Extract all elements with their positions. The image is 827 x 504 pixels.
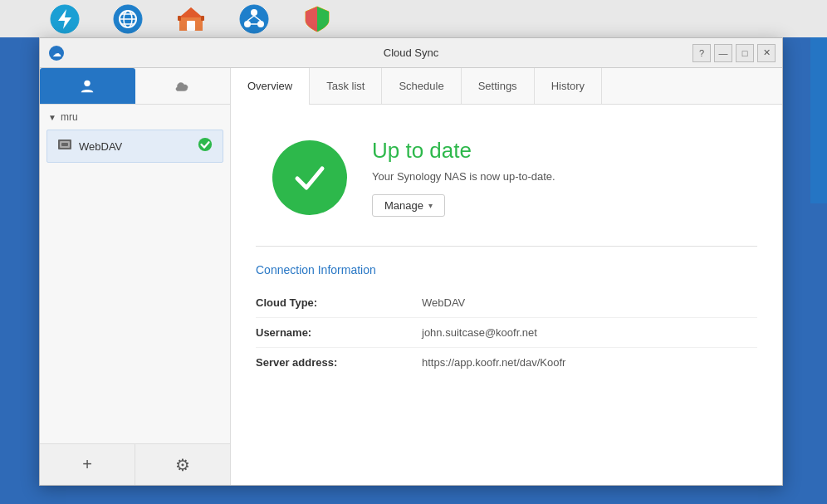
status-description: Your Synology NAS is now up-to-date. xyxy=(372,170,555,183)
help-button[interactable]: ? xyxy=(692,44,711,62)
status-info: Up to date Your Synology NAS is now up-t… xyxy=(372,138,555,217)
status-section: Up to date Your Synology NAS is now up-t… xyxy=(256,121,757,242)
sidebar-section-label: mru xyxy=(61,111,78,123)
sidebar-footer: + ⚙ xyxy=(40,443,230,485)
sidebar: ▼ mru WebDAV xyxy=(40,68,231,485)
connection-info: Connection Information Cloud Type: WebDA… xyxy=(256,263,757,377)
webdav-icon xyxy=(57,137,72,155)
minimize-button[interactable]: — xyxy=(714,44,732,62)
taskbar xyxy=(0,0,827,37)
svg-rect-12 xyxy=(201,16,204,21)
settings-button[interactable]: ⚙ xyxy=(135,444,230,485)
svg-rect-10 xyxy=(187,21,195,31)
content-panel: Overview Task list Schedule Settings His… xyxy=(231,68,782,485)
field-label-username: Username: xyxy=(256,318,422,348)
status-circle xyxy=(272,140,347,215)
connection-info-title: Connection Information xyxy=(256,263,757,276)
chevron-down-icon: ▼ xyxy=(48,113,56,122)
field-value-server: https://app.koofr.net/dav/Koofr xyxy=(422,348,757,378)
field-value-cloud-type: WebDAV xyxy=(422,288,757,318)
tab-history[interactable]: History xyxy=(535,68,602,104)
tab-overview[interactable]: Overview xyxy=(231,68,310,104)
tab-task-list[interactable]: Task list xyxy=(310,68,382,104)
titlebar-controls: ? — □ ✕ xyxy=(692,44,776,62)
svg-point-22 xyxy=(85,80,91,86)
table-row: Server address: https://app.koofr.net/da… xyxy=(256,348,757,378)
dropdown-arrow-icon: ▾ xyxy=(428,201,433,210)
sidebar-section-header[interactable]: ▼ mru xyxy=(40,105,230,130)
sidebar-tabs xyxy=(40,68,230,105)
svg-point-14 xyxy=(251,9,257,16)
home-icon[interactable] xyxy=(176,4,206,34)
svg-point-26 xyxy=(198,138,212,151)
sidebar-item-check xyxy=(198,137,213,155)
table-row: Cloud Type: WebDAV xyxy=(256,288,757,318)
field-label-server: Server address: xyxy=(256,348,422,378)
maximize-button[interactable]: □ xyxy=(736,44,754,62)
svg-rect-11 xyxy=(178,16,181,21)
main-window: ☁ Cloud Sync ? — □ ✕ xyxy=(39,37,783,486)
tab-settings[interactable]: Settings xyxy=(462,68,535,104)
shield-icon[interactable] xyxy=(302,4,332,34)
svg-marker-9 xyxy=(179,7,203,17)
network-icon[interactable] xyxy=(239,4,269,34)
table-row: Username: john.suitcase@koofr.net xyxy=(256,318,757,348)
sidebar-item-webdav[interactable]: WebDAV xyxy=(46,130,223,163)
sidebar-tab-user[interactable] xyxy=(40,68,135,104)
field-label-cloud-type: Cloud Type: xyxy=(256,288,422,318)
tab-schedule[interactable]: Schedule xyxy=(382,68,461,104)
lightning-icon[interactable] xyxy=(50,4,80,34)
close-button[interactable]: ✕ xyxy=(757,44,776,62)
status-title: Up to date xyxy=(372,138,555,164)
field-value-username: john.suitcase@koofr.net xyxy=(422,318,757,348)
divider xyxy=(256,246,757,247)
add-button[interactable]: + xyxy=(40,444,135,485)
manage-button[interactable]: Manage ▾ xyxy=(372,194,445,217)
sidebar-tab-cloud[interactable] xyxy=(135,68,231,104)
main-content: ▼ mru WebDAV xyxy=(40,68,782,485)
connection-table: Cloud Type: WebDAV Username: john.suitca… xyxy=(256,288,757,377)
right-accent xyxy=(810,37,827,203)
sidebar-item-label: WebDAV xyxy=(79,140,191,153)
svg-rect-25 xyxy=(61,143,68,146)
svg-text:☁: ☁ xyxy=(52,48,61,58)
window-title: Cloud Sync xyxy=(384,46,438,59)
globe-icon[interactable] xyxy=(113,4,143,34)
overview-panel: Up to date Your Synology NAS is now up-t… xyxy=(231,105,782,485)
tab-bar: Overview Task list Schedule Settings His… xyxy=(231,68,782,105)
titlebar: ☁ Cloud Sync ? — □ ✕ xyxy=(40,38,782,68)
cloud-sync-icon: ☁ xyxy=(48,45,65,61)
